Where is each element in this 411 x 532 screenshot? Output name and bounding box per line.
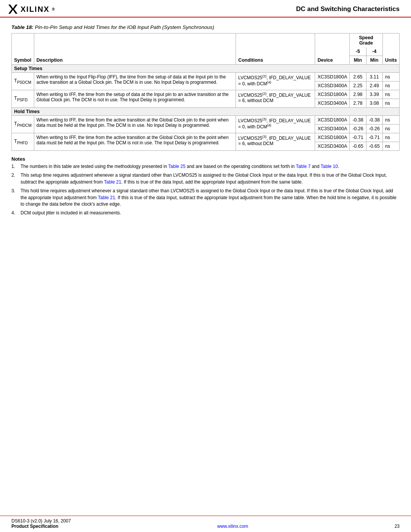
- page-header: XILINX ® DC and Switching Characteristic…: [0, 0, 411, 18]
- units-cell: ns: [382, 81, 399, 90]
- min4-cell: 3.39: [366, 90, 382, 99]
- footer-page-number: 23: [395, 524, 400, 529]
- min4-cell: -0.26: [366, 125, 382, 133]
- table-row: TPHDCMWhen writing to IFF, the time from…: [12, 116, 400, 125]
- description-cell: When writing to the Input Flip-Flop (IFF…: [34, 73, 236, 90]
- page-footer: DS610-3 (v2.0) July 16, 2007 Product Spe…: [0, 516, 411, 532]
- min5-cell: -0.38: [350, 116, 366, 125]
- symbol-cell: TPSDCM: [12, 73, 34, 90]
- device-cell: XC3SD1800A: [315, 73, 350, 81]
- timing-table: Symbol Description Conditions Device Spe…: [11, 33, 400, 151]
- note-item: 2.This setup time requires adjustment wh…: [11, 172, 400, 185]
- description-cell: When writing to IFF, the time from the a…: [34, 116, 236, 133]
- conditions-cell: LVCMOS25(2), IFD_DELAY_VALUE = 0, with D…: [236, 73, 315, 90]
- footer-doc-id: DS610-3 (v2.0) July 16, 2007: [11, 518, 71, 524]
- note-number: 3.: [11, 188, 18, 208]
- min4-cell: -0.65: [366, 142, 382, 151]
- symbol-cell: TPHFD: [12, 133, 34, 151]
- col-symbol: Symbol: [12, 34, 34, 65]
- note-item: 3.This hold time requires adjustment whe…: [11, 188, 400, 208]
- units-cell: ns: [382, 142, 399, 151]
- conditions-cell: LVCMOS25(3), IFD_DELAY_VALUE = 0, with D…: [236, 116, 315, 133]
- note-text: This setup time requires adjustment when…: [21, 172, 400, 185]
- min4-cell: 3.08: [366, 99, 382, 108]
- device-cell: XC3SD3400A: [315, 125, 350, 133]
- note-text: This hold time requires adjustment whene…: [21, 188, 400, 208]
- col-description: Description: [34, 34, 236, 65]
- min5-cell: 2.78: [350, 99, 366, 108]
- notes-list: 1.The numbers in this table are tested u…: [11, 163, 400, 217]
- units-cell: ns: [382, 133, 399, 142]
- main-content: Table 18: Pin-to-Pin Setup and Hold Time…: [0, 18, 411, 223]
- col-min4: Min: [366, 56, 382, 65]
- min5-cell: -0.71: [350, 133, 366, 142]
- symbol-cell: TPSFD: [12, 90, 34, 108]
- note-number: 2.: [11, 172, 18, 185]
- min5-cell: 2.65: [350, 73, 366, 81]
- col-conditions: Conditions: [236, 34, 315, 65]
- table-link[interactable]: Table 21: [98, 195, 115, 200]
- device-cell: XC3SD1800A: [315, 116, 350, 125]
- device-cell: XC3SD3400A: [315, 142, 350, 151]
- device-cell: XC3SD3400A: [315, 99, 350, 108]
- footer-url[interactable]: www.xilinx.com: [217, 524, 248, 529]
- units-cell: ns: [382, 90, 399, 99]
- col-units: Units: [382, 34, 399, 65]
- note-text: The numbers in this table are tested usi…: [21, 163, 339, 170]
- note-item: 1.The numbers in this table are tested u…: [11, 163, 400, 170]
- min5-cell: 2.98: [350, 90, 366, 99]
- table-row: TPSDCMWhen writing to the Input Flip-Flo…: [12, 73, 400, 81]
- min4-cell: 3.11: [366, 73, 382, 81]
- note-text: DCM output jitter is included in all mea…: [21, 210, 121, 216]
- table-row: TPSFDWhen writing to IFF, the time from …: [12, 90, 400, 99]
- device-cell: XC3SD1800A: [315, 90, 350, 99]
- units-cell: ns: [382, 125, 399, 133]
- min5-cell: -0.26: [350, 125, 366, 133]
- description-cell: When writing to IFF, the time from the s…: [34, 90, 236, 108]
- table-link[interactable]: Table 7: [296, 164, 311, 169]
- units-cell: ns: [382, 116, 399, 125]
- footer-product-spec: Product Specification: [11, 524, 71, 529]
- table-caption: Table 18: Pin-to-Pin Setup and Hold Time…: [11, 24, 400, 30]
- page-title: DC and Switching Characteristics: [296, 5, 400, 13]
- conditions-cell: LVCMOS25(2), IFD_DELAY_VALUE = 6, withou…: [236, 90, 315, 108]
- units-cell: ns: [382, 99, 399, 108]
- col-speed-grade: Speed Grade: [350, 34, 382, 48]
- col-min5: Min: [350, 56, 366, 65]
- note-number: 4.: [11, 210, 18, 216]
- table-link[interactable]: Table 21: [104, 179, 121, 185]
- units-cell: ns: [382, 73, 399, 81]
- conditions-cell: LVCMOS25(3), IFD_DELAY_VALUE = 6, withou…: [236, 133, 315, 151]
- registered-mark: ®: [52, 7, 55, 11]
- min5-cell: 2.25: [350, 81, 366, 90]
- device-cell: XC3SD1800A: [315, 133, 350, 142]
- min4-cell: -0.71: [366, 133, 382, 142]
- notes-title: Notes: [11, 156, 400, 162]
- col-speed-neg5: -5: [350, 47, 366, 56]
- description-cell: When writing to IFF, the time from the a…: [34, 133, 236, 151]
- note-number: 1.: [11, 163, 18, 170]
- xilinx-logo-icon: [8, 4, 18, 14]
- symbol-cell: TPHDCM: [12, 116, 34, 133]
- note-item: 4.DCM output jitter is included in all m…: [11, 210, 400, 216]
- min4-cell: 2.49: [366, 81, 382, 90]
- footer-left: DS610-3 (v2.0) July 16, 2007 Product Spe…: [11, 518, 71, 529]
- min4-cell: -0.38: [366, 116, 382, 125]
- svg-marker-0: [8, 5, 18, 14]
- notes-section: Notes 1.The numbers in this table are te…: [11, 156, 400, 217]
- table-link[interactable]: Table 25: [168, 164, 185, 169]
- col-device: Device: [315, 34, 350, 65]
- table-link[interactable]: Table 10: [321, 164, 338, 169]
- table-row: TPHFDWhen writing to IFF, the time from …: [12, 133, 400, 142]
- xilinx-wordmark: XILINX: [21, 5, 49, 14]
- device-cell: XC3SD3400A: [315, 81, 350, 90]
- col-speed-neg4: -4: [366, 47, 382, 56]
- xilinx-logo: XILINX ®: [8, 4, 55, 14]
- section-header-row: Hold Times: [12, 108, 400, 116]
- section-header-row: Setup Times: [12, 65, 400, 73]
- min5-cell: -0.65: [350, 142, 366, 151]
